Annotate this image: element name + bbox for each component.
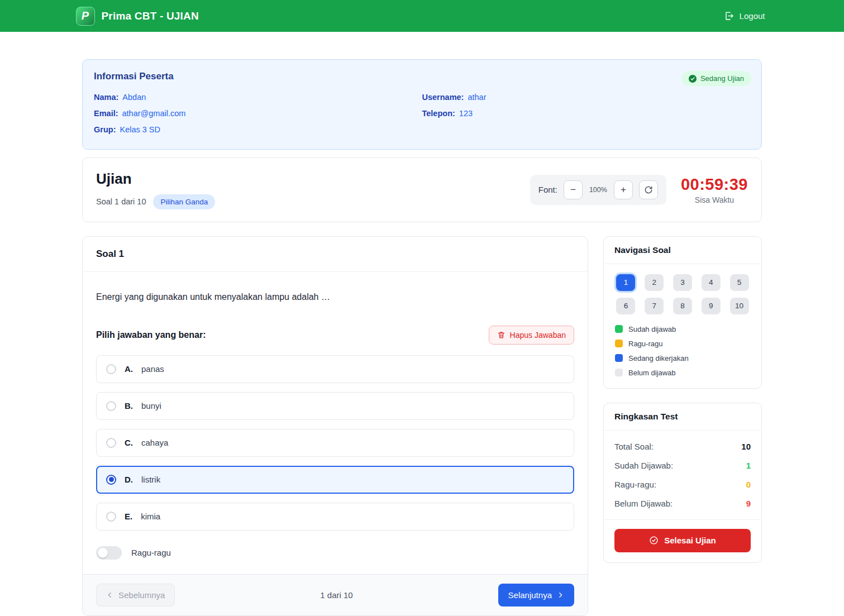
- question-nav-button-10[interactable]: 10: [730, 298, 749, 314]
- radio-option-e[interactable]: [106, 512, 116, 522]
- app-title: Prima CBT - UJIAN: [102, 10, 199, 22]
- exam-header-card: Ujian Soal 1 dari 10 Pilihan Ganda Font:…: [82, 157, 762, 222]
- summary-value-unanswered: 9: [746, 499, 751, 508]
- app-header: P Prima CBT - UJIAN Logout: [0, 0, 844, 32]
- summary-value-total: 10: [741, 442, 751, 451]
- option-letter: E.: [125, 512, 132, 521]
- legend-item-unanswered: Belum dijawab: [615, 369, 750, 377]
- logout-icon: [724, 11, 735, 21]
- font-size-value: 100%: [589, 186, 608, 194]
- legend-swatch-doubtful: [615, 340, 623, 347]
- summary-title: Ringkasan Test: [604, 403, 761, 431]
- summary-row-answered: Sudah Dijawab: 1: [614, 461, 751, 470]
- participant-info-card: Informasi Peserta Sedang Ujian Nama:Abda…: [82, 59, 762, 150]
- clear-answer-button[interactable]: Hapus Jawaban: [489, 326, 574, 345]
- question-nav-button-6[interactable]: 6: [616, 298, 635, 314]
- question-nav-button-4[interactable]: 4: [702, 274, 721, 291]
- option-letter: C.: [125, 438, 133, 447]
- question-title: Soal 1: [83, 237, 588, 272]
- option-text: bunyi: [141, 401, 161, 410]
- radio-option-d-selected[interactable]: [106, 475, 116, 485]
- field-grup-label: Grup:: [94, 125, 116, 134]
- doubt-toggle[interactable]: [96, 546, 122, 560]
- summary-row-doubtful: Ragu-ragu: 0: [614, 480, 751, 489]
- next-question-button[interactable]: Selanjutnya: [498, 584, 574, 607]
- refresh-icon: [644, 185, 653, 194]
- chevron-right-icon: [557, 591, 564, 599]
- legend-label: Sedang dikerjakan: [628, 354, 689, 362]
- minus-icon: −: [570, 185, 576, 194]
- question-nav-button-8[interactable]: 8: [673, 298, 692, 314]
- summary-label: Total Soal:: [614, 442, 654, 451]
- summary-label: Belum Dijawab:: [614, 499, 673, 508]
- toggle-knob: [98, 548, 108, 558]
- answer-option-b[interactable]: B. bunyi: [96, 392, 574, 420]
- logout-label: Logout: [740, 11, 765, 21]
- field-telepon: Telepon:123: [422, 109, 751, 118]
- summary-value-answered: 1: [746, 461, 751, 470]
- option-text: kimia: [141, 512, 160, 521]
- option-text: listrik: [141, 475, 160, 484]
- radio-option-b[interactable]: [106, 401, 116, 411]
- plus-icon: +: [621, 185, 626, 194]
- font-controls: Font: − 100% +: [530, 175, 666, 205]
- font-decrease-button[interactable]: −: [564, 180, 583, 199]
- legend-label: Sudah dijawab: [628, 325, 676, 333]
- navigation-legend: Sudah dijawab Ragu-ragu Sedang dikerjaka…: [615, 325, 750, 377]
- participant-info-title: Informasi Peserta: [94, 71, 750, 82]
- field-email: Email:athar@gmail.com: [94, 109, 422, 118]
- next-question-label: Selanjutnya: [508, 590, 552, 600]
- question-nav-button-1[interactable]: 1: [616, 274, 635, 291]
- status-badge-label: Sedang Ujian: [700, 74, 744, 83]
- legend-label: Ragu-ragu: [628, 340, 662, 348]
- legend-swatch-current: [615, 354, 623, 362]
- sidebar: Navigasi Soal 1 2 3 4 5 6 7 8 9 10: [603, 236, 762, 563]
- status-badge: Sedang Ujian: [681, 71, 751, 86]
- question-nav-button-7[interactable]: 7: [645, 298, 664, 314]
- logout-button[interactable]: Logout: [721, 10, 769, 22]
- check-circle-icon: [689, 75, 697, 83]
- radio-option-a[interactable]: [106, 364, 116, 374]
- summary-label: Sudah Dijawab:: [614, 461, 673, 470]
- answer-option-d[interactable]: D. listrik: [96, 466, 574, 494]
- field-username: Username:athar: [422, 93, 751, 102]
- option-letter: B.: [125, 401, 133, 410]
- answer-option-c[interactable]: C. cahaya: [96, 429, 574, 457]
- option-text: panas: [141, 364, 164, 374]
- question-nav-button-9[interactable]: 9: [702, 298, 721, 314]
- finish-exam-button[interactable]: Selesai Ujian: [614, 529, 751, 552]
- timer: 00:59:39 Sisa Waktu: [681, 175, 748, 204]
- summary-value-doubtful: 0: [746, 480, 751, 489]
- answer-option-e[interactable]: E. kimia: [96, 503, 574, 531]
- radio-dot: [109, 477, 114, 482]
- option-letter: D.: [125, 475, 133, 484]
- answer-prompt: Pilih jawaban yang benar:: [96, 330, 206, 340]
- question-text: Energi yang digunakan untuk menyalakan l…: [96, 292, 574, 302]
- timer-value: 00:59:39: [681, 175, 748, 194]
- question-footer: Sebelumnya 1 dari 10 Selanjutnya: [83, 574, 588, 615]
- field-nama-label: Nama:: [94, 93, 118, 102]
- legend-label: Belum dijawab: [628, 369, 676, 377]
- timer-label: Sisa Waktu: [681, 195, 748, 204]
- font-reset-button[interactable]: [639, 180, 658, 199]
- radio-option-c[interactable]: [106, 438, 116, 448]
- font-increase-button[interactable]: +: [614, 180, 633, 199]
- question-nav-button-2[interactable]: 2: [645, 274, 664, 291]
- brand-logo-icon: P: [76, 7, 95, 26]
- check-circle-outline-icon: [649, 536, 659, 545]
- brand: P Prima CBT - UJIAN: [76, 7, 199, 26]
- option-letter: A.: [125, 364, 133, 374]
- summary-label: Ragu-ragu:: [614, 480, 656, 489]
- question-nav-button-3[interactable]: 3: [673, 274, 692, 291]
- question-nav-button-5[interactable]: 5: [730, 274, 749, 291]
- field-username-value: athar: [468, 93, 486, 102]
- font-label: Font:: [538, 185, 557, 194]
- question-position-indicator: 1 dari 10: [320, 590, 352, 600]
- question-type-badge: Pilihan Ganda: [153, 194, 215, 209]
- brand-logo-letter: P: [82, 9, 89, 22]
- navigation-title: Navigasi Soal: [604, 237, 761, 264]
- trash-icon: [497, 331, 506, 339]
- answer-option-a[interactable]: A. panas: [96, 355, 574, 383]
- previous-question-button[interactable]: Sebelumnya: [96, 584, 175, 607]
- legend-swatch-answered: [615, 325, 623, 333]
